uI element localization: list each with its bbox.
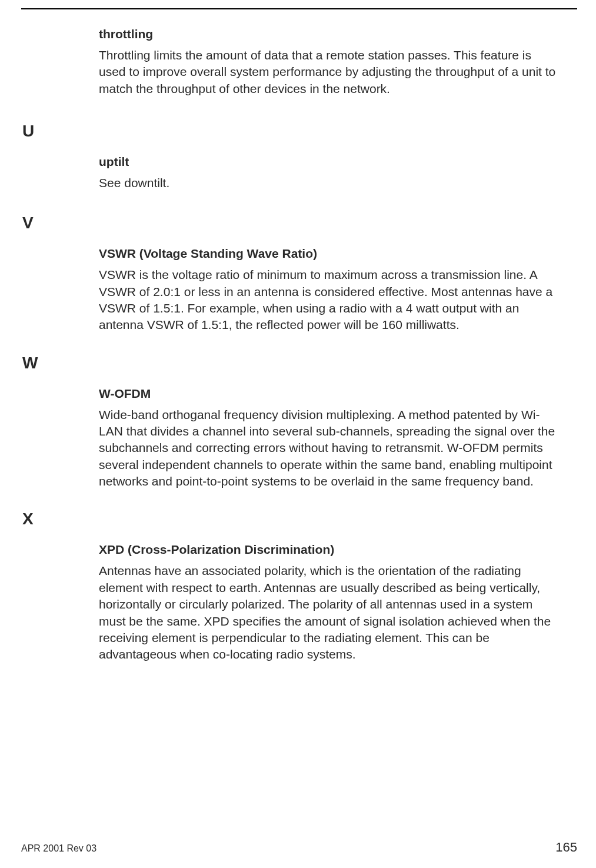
page-footer: APR 2001 Rev 03 165 (21, 840, 577, 855)
term-wofdm: W-OFDM (99, 387, 560, 401)
glossary-entry-vswr: VSWR (Voltage Standing Wave Ratio) VSWR … (99, 247, 560, 333)
term-uptilt: uptilt (99, 155, 560, 169)
glossary-entry-uptilt: uptilt See downtilt. (99, 155, 560, 191)
page-content: throttling Throttling limits the amount … (0, 9, 596, 663)
definition-throttling: Throttling limits the amount of data tha… (99, 47, 560, 97)
section-letter-w: W (22, 355, 560, 371)
glossary-entry-xpd: XPD (Cross-Polarization Discrimination) … (99, 543, 560, 663)
definition-uptilt: See downtilt. (99, 175, 560, 191)
definition-xpd: Antennas have an associated polarity, wh… (99, 563, 560, 663)
glossary-entry-throttling: throttling Throttling limits the amount … (99, 27, 560, 97)
section-letter-v: V (22, 215, 560, 231)
definition-wofdm: Wide-band orthoganal frequency division … (99, 407, 560, 490)
term-vswr: VSWR (Voltage Standing Wave Ratio) (99, 247, 560, 261)
section-letter-x: X (22, 511, 560, 527)
glossary-entry-wofdm: W-OFDM Wide-band orthoganal frequency di… (99, 387, 560, 490)
section-letter-u: U (22, 123, 560, 139)
footer-revision: APR 2001 Rev 03 (21, 843, 96, 854)
definition-vswr: VSWR is the voltage ratio of minimum to … (99, 267, 560, 333)
term-throttling: throttling (99, 27, 560, 41)
term-xpd: XPD (Cross-Polarization Discrimination) (99, 543, 560, 557)
page-number: 165 (555, 840, 577, 855)
